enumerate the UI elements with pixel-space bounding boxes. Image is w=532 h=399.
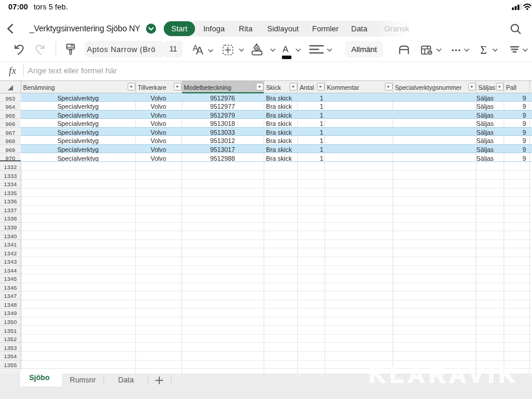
svg-text:$: $ (429, 50, 431, 54)
